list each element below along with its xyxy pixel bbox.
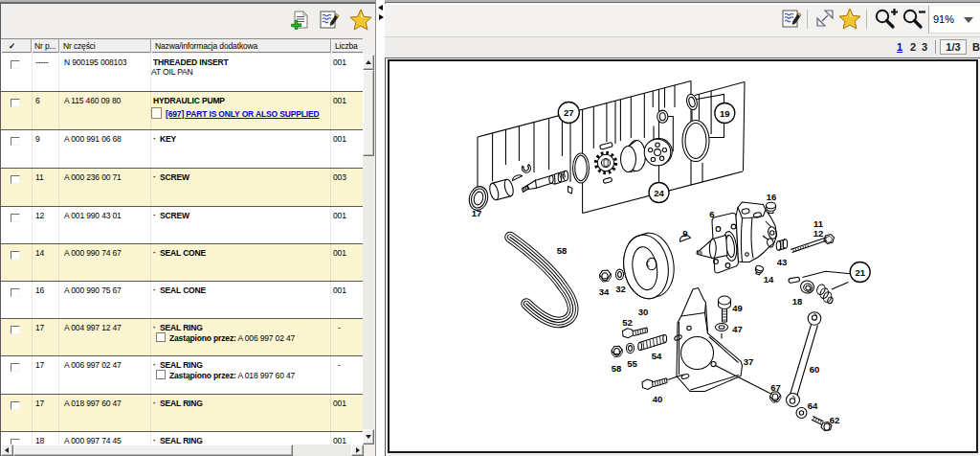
svg-text:14: 14 (764, 274, 774, 285)
svg-text:12: 12 (813, 228, 824, 239)
svg-text:54: 54 (652, 351, 662, 361)
svg-text:27: 27 (564, 107, 574, 118)
svg-text:16: 16 (767, 192, 777, 202)
svg-text:34: 34 (599, 286, 610, 297)
svg-text:62: 62 (830, 415, 840, 425)
svg-text:47: 47 (732, 324, 743, 334)
svg-text:40: 40 (653, 394, 663, 404)
svg-text:32: 32 (615, 284, 626, 294)
svg-text:30: 30 (638, 307, 649, 317)
svg-text:64: 64 (808, 400, 818, 411)
svg-text:17: 17 (472, 208, 482, 218)
svg-text:52: 52 (622, 317, 633, 328)
svg-text:58: 58 (612, 363, 622, 374)
svg-text:18: 18 (792, 296, 803, 307)
svg-text:60: 60 (810, 364, 820, 375)
svg-text:37: 37 (744, 356, 754, 367)
svg-text:49: 49 (732, 303, 743, 313)
svg-text:19: 19 (720, 108, 730, 119)
svg-text:24: 24 (654, 188, 664, 198)
svg-text:58: 58 (557, 245, 568, 256)
svg-text:43: 43 (777, 257, 788, 267)
svg-text:6: 6 (709, 209, 714, 219)
svg-text:9: 9 (682, 228, 687, 239)
svg-text:55: 55 (627, 358, 637, 369)
svg-text:67: 67 (770, 382, 781, 393)
svg-text:21: 21 (855, 267, 865, 278)
